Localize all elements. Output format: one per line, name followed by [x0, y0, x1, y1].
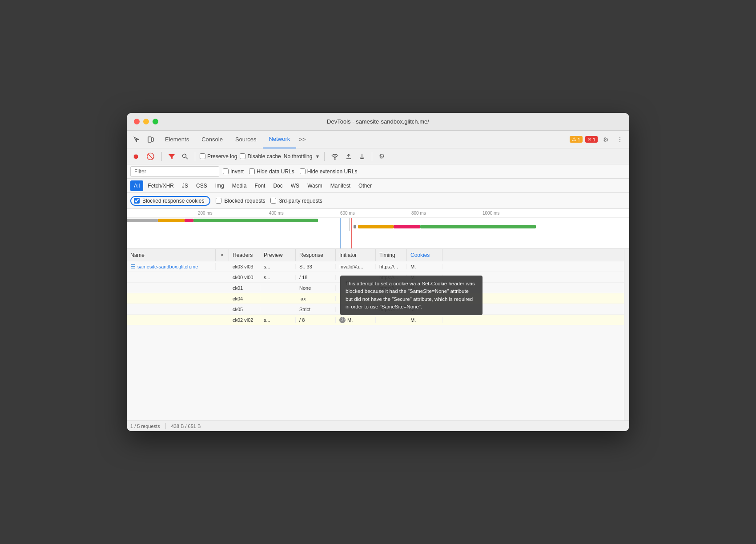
inspect-icon[interactable]: [130, 134, 143, 145]
tooltip-text: This attempt to set a cookie via a Set-C…: [346, 281, 475, 309]
bar-orange-2: [358, 225, 394, 228]
filter-input[interactable]: [130, 166, 219, 177]
type-manifest[interactable]: Manifest: [327, 180, 354, 191]
maximize-button[interactable]: [153, 119, 158, 124]
blocked-cookies-label[interactable]: Blocked response cookies: [130, 196, 210, 206]
third-party-checkbox[interactable]: [270, 198, 276, 204]
type-filter-row: All Fetch/XHR JS CSS Img Media Font Doc …: [127, 179, 629, 193]
col-preview: Preview: [260, 249, 296, 261]
cell-response-5: / 8: [296, 317, 336, 323]
third-party-text: 3rd-party requests: [279, 198, 322, 204]
network-toolbar: ⏺ 🚫 Preserve log Disable cache No thrott…: [127, 148, 629, 164]
bar-gray-2: [354, 225, 356, 228]
cell-ck-5: ck02 vl02: [229, 317, 260, 323]
type-fetch-xhr[interactable]: Fetch/XHR: [144, 180, 177, 191]
toolbar-sep-4: [372, 152, 372, 161]
type-doc[interactable]: Doc: [269, 180, 286, 191]
tab-console[interactable]: Console: [195, 131, 229, 148]
cell-response-0: S.. 33: [296, 264, 336, 269]
nav-right: ⚠1 ✕1 ⚙ ⋮: [570, 134, 626, 145]
ruler-200ms: 200 ms: [198, 211, 213, 216]
preserve-log-label[interactable]: Preserve log: [200, 153, 237, 160]
cookie-tooltip: This attempt to set a cookie via a Set-C…: [340, 276, 483, 315]
device-icon[interactable]: [145, 134, 157, 145]
hide-extension-urls-label[interactable]: Hide extension URLs: [300, 168, 358, 175]
error-badge: ✕1: [585, 136, 598, 143]
cell-preview-1: s...: [260, 275, 296, 280]
window-title: DevTools - samesite-sandbox.glitch.me/: [327, 118, 429, 125]
throttle-value: No throttling: [284, 153, 313, 160]
search-icon[interactable]: [180, 152, 190, 161]
type-font[interactable]: Font: [251, 180, 269, 191]
network-settings-icon[interactable]: ⚙: [377, 151, 387, 162]
main-content: 200 ms 400 ms 600 ms 800 ms 1000 ms: [127, 209, 629, 431]
type-other[interactable]: Other: [355, 180, 375, 191]
blocked-requests-text: Blocked requests: [224, 198, 265, 204]
invert-checkbox[interactable]: [223, 168, 229, 174]
col-timing: Timing: [376, 249, 407, 261]
preserve-log-checkbox[interactable]: [200, 153, 205, 159]
type-css[interactable]: CSS: [193, 180, 211, 191]
timeline-marker-600: [340, 218, 341, 249]
ruler-400ms: 400 ms: [269, 211, 284, 216]
blocked-row: Blocked response cookies Blocked request…: [127, 193, 629, 209]
type-js[interactable]: JS: [178, 180, 192, 191]
cell-cookies-0: M.: [407, 264, 442, 269]
table-main: Name × Headers Preview Response Initiato…: [127, 249, 624, 420]
blocked-requests-label[interactable]: Blocked requests: [216, 198, 265, 204]
ruler-800ms: 800 ms: [411, 211, 426, 216]
tab-elements[interactable]: Elements: [159, 131, 195, 148]
timeline-gray-1: [349, 218, 350, 231]
upload-icon[interactable]: [343, 152, 354, 161]
cell-name-0: ☰ samesite-sandbox.glitch.me: [127, 263, 216, 270]
settings-icon[interactable]: ⚙: [600, 134, 611, 145]
more-tabs[interactable]: >>: [296, 134, 308, 144]
name-text-0: samesite-sandbox.glitch.me: [137, 264, 198, 269]
cell-preview-0: s...: [260, 264, 296, 269]
disable-cache-label[interactable]: Disable cache: [240, 153, 281, 160]
type-wasm[interactable]: Wasm: [304, 180, 326, 191]
blocked-requests-checkbox[interactable]: [216, 198, 221, 204]
scrollbar[interactable]: [624, 249, 629, 420]
type-media[interactable]: Media: [229, 180, 250, 191]
doc-icon: ☰: [130, 263, 136, 270]
download-icon[interactable]: [357, 152, 367, 161]
filter-icon[interactable]: [166, 152, 177, 161]
cell-ck-0: ck03 vl03: [229, 264, 260, 269]
toolbar-sep-3: [324, 152, 325, 161]
tab-sources[interactable]: Sources: [229, 131, 263, 148]
traffic-lights: [134, 119, 158, 124]
hide-data-urls-checkbox[interactable]: [249, 168, 255, 174]
throttle-dropdown-icon[interactable]: ▼: [315, 154, 320, 159]
disable-cache-checkbox[interactable]: [240, 153, 245, 159]
third-party-label[interactable]: 3rd-party requests: [270, 198, 322, 204]
devtools-body: Elements Console Sources Network >> ⚠1 ✕…: [127, 131, 629, 431]
wifi-icon[interactable]: [329, 152, 341, 161]
hide-extension-urls-checkbox[interactable]: [300, 168, 306, 174]
toolbar-sep-1: [161, 152, 162, 161]
toolbar-sep-2: [195, 152, 195, 161]
table-section: Name × Headers Preview Response Initiato…: [127, 249, 629, 420]
close-button[interactable]: [134, 119, 140, 124]
col-headers: Headers: [229, 249, 260, 261]
record-button[interactable]: ⏺: [130, 151, 141, 161]
clear-button[interactable]: 🚫: [144, 151, 157, 162]
more-options-icon[interactable]: ⋮: [614, 134, 626, 145]
type-all[interactable]: All: [130, 180, 143, 191]
col-x[interactable]: ×: [216, 249, 229, 261]
hide-data-urls-label[interactable]: Hide data URLs: [249, 168, 294, 175]
minimize-button[interactable]: [143, 119, 149, 124]
devtools-window: DevTools - samesite-sandbox.glitch.me/ E…: [127, 113, 629, 431]
tab-network[interactable]: Network: [263, 131, 297, 148]
type-img[interactable]: Img: [212, 180, 228, 191]
invert-label[interactable]: Invert: [223, 168, 244, 175]
table-row[interactable]: ck02 vl02 s... / 8 ⓘ M. M.: [127, 315, 624, 325]
table-header: Name × Headers Preview Response Initiato…: [127, 249, 624, 261]
timeline-rulers: 200 ms 400 ms 600 ms 800 ms 1000 ms: [127, 209, 629, 218]
bar-gray: [127, 219, 158, 222]
type-ws[interactable]: WS: [287, 180, 303, 191]
svg-point-4: [334, 159, 335, 160]
cell-response-1: / 18: [296, 275, 336, 280]
blocked-cookies-checkbox[interactable]: [134, 198, 140, 204]
table-row[interactable]: ☰ samesite-sandbox.glitch.me ck03 vl03 s…: [127, 261, 624, 272]
